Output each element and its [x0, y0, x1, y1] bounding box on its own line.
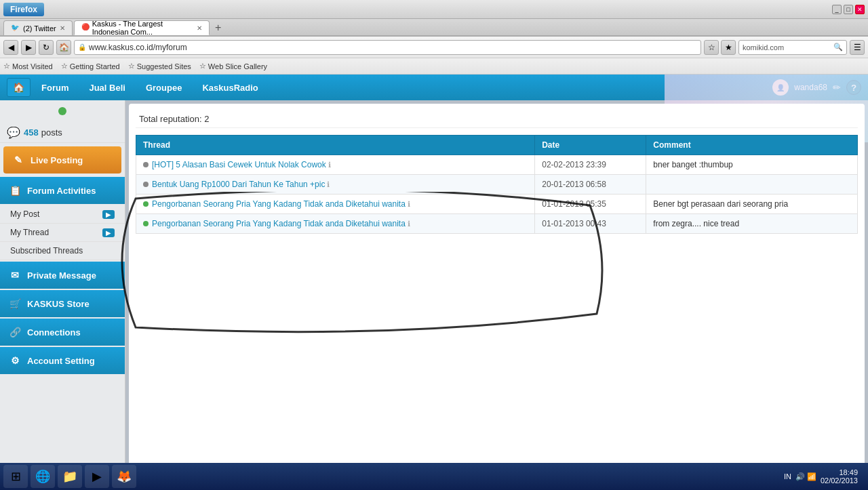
info-icon: ℹ — [327, 180, 330, 188]
connections-icon: 🔗 — [7, 324, 23, 340]
bookmark-star[interactable]: ☆ — [704, 40, 719, 55]
taskbar: ⊞ 🌐 📁 ▶ 🦊 IN 🔊 📶 18:49 02/02/2013 — [0, 463, 868, 490]
tab-kaskus-close[interactable]: ✕ — [197, 24, 202, 32]
home-button[interactable]: 🏠 — [56, 40, 71, 55]
my-post-arrow: ▶ — [102, 210, 115, 219]
nav-jualbeli[interactable]: Jual Beli — [79, 77, 134, 98]
thread-link[interactable]: Pengorbanan Seorang Pria Yang Kadang Tid… — [152, 199, 406, 209]
comment-col-header: Comment — [646, 136, 858, 155]
forward-button[interactable]: ▶ — [21, 40, 36, 55]
thread-link[interactable]: Bentuk Uang Rp1000 Dari Tahun Ke Tahun +… — [152, 180, 325, 189]
posts-label: posts — [41, 127, 62, 138]
live-posting-button[interactable]: ✎ Live Posting — [3, 146, 121, 173]
explorer-button[interactable]: 📁 — [58, 465, 82, 488]
home-nav-button[interactable]: 🏠 — [7, 78, 31, 97]
bookmark-webslice[interactable]: ☆ Web Slice Gallery — [199, 62, 267, 70]
private-message-section: ✉ Private Message — [0, 262, 125, 289]
search-box[interactable]: komikid.com 🔍 — [738, 40, 847, 55]
media-button[interactable]: ▶ — [85, 465, 109, 488]
firefox-button[interactable]: Firefox — [3, 3, 44, 16]
reputation-line: Total reputation: 2 — [136, 110, 858, 128]
my-post-label: My Post — [10, 209, 39, 219]
ie-button[interactable]: 🌐 — [31, 465, 55, 488]
info-icon: ℹ — [328, 161, 331, 169]
tab-bar: 🐦 (2) Twitter ✕ 🔴 Kaskus - The Largest I… — [0, 19, 868, 37]
info-icon: ℹ — [408, 200, 410, 208]
table-row: Bentuk Uang Rp1000 Dari Tahun Ke Tahun +… — [136, 175, 858, 195]
account-setting-button[interactable]: ⚙ Account Setting — [0, 347, 125, 374]
search-box-text: komikid.com — [743, 43, 784, 52]
bookmark-most-visited[interactable]: ☆ Most Visited — [3, 62, 53, 70]
status-dot — [143, 201, 149, 207]
live-posting-label: Live Posting — [31, 155, 83, 165]
new-tab-button[interactable]: + — [211, 20, 226, 35]
my-post-item[interactable]: My Post ▶ — [0, 205, 125, 224]
address-input[interactable]: 🔒 www.kaskus.co.id/myforum — [74, 40, 701, 55]
lock-icon: 🔒 — [78, 43, 86, 51]
thread-link[interactable]: [HOT] 5 Alasan Basi Cewek Untuk Nolak Co… — [152, 160, 326, 169]
nav-groupee[interactable]: Groupee — [136, 77, 191, 98]
account-setting-label: Account Setting — [27, 356, 95, 366]
search-icon: 🔍 — [833, 43, 843, 52]
bookmark-getting-started[interactable]: ☆ Getting Started — [61, 62, 120, 70]
comment-cell — [646, 175, 858, 195]
tab-twitter[interactable]: 🐦 (2) Twitter ✕ — [3, 20, 73, 35]
close-button[interactable]: ✕ — [855, 5, 865, 14]
subscribed-threads-item[interactable]: Subscribed Threads — [0, 242, 125, 260]
table-row: Pengorbanan Seorang Pria Yang Kadang Tid… — [136, 195, 858, 214]
tab-kaskus[interactable]: 🔴 Kaskus - The Largest Indonesian Com...… — [74, 20, 210, 35]
table-row: [HOT] 5 Alasan Basi Cewek Untuk Nolak Co… — [136, 155, 858, 175]
bookmark-suggested[interactable]: ☆ Suggested Sites — [128, 62, 191, 70]
minimize-button[interactable]: _ — [832, 5, 842, 14]
address-text: www.kaskus.co.id/myforum — [89, 43, 187, 52]
tab-twitter-label: (2) Twitter — [23, 24, 56, 33]
forum-activities-button[interactable]: 📋 Forum Activities — [0, 177, 125, 204]
date-cell: 20-01-2013 06:58 — [535, 175, 646, 195]
account-setting-icon: ⚙ — [7, 352, 23, 369]
taskbar-clock: 18:49 02/02/2013 — [821, 468, 858, 485]
kaskus-store-section: 🛒 KASKUS Store — [0, 290, 125, 317]
kaskus-store-button[interactable]: 🛒 KASKUS Store — [0, 290, 125, 317]
date-cell: 02-02-2013 23:39 — [535, 155, 646, 175]
posts-count-row: 💬 458 posts — [0, 123, 125, 143]
back-button[interactable]: ◀ — [3, 40, 18, 55]
private-message-button[interactable]: ✉ Private Message — [0, 262, 125, 289]
taskbar-icons-group: 🔊 📶 — [795, 472, 816, 481]
bookmark-icon: ☆ — [3, 62, 10, 70]
content-area: 💬 458 posts ✎ Live Posting 📋 Forum Activ… — [0, 100, 868, 480]
taskbar-lang: IN — [784, 472, 791, 481]
connections-button[interactable]: 🔗 Connections — [0, 319, 125, 346]
my-thread-item[interactable]: My Thread ▶ — [0, 224, 125, 242]
taskbar-right: IN 🔊 📶 18:49 02/02/2013 — [784, 468, 865, 485]
main-content: Total reputation: 2 Thread Date Comment … — [129, 104, 865, 476]
menu-button[interactable]: ☰ — [850, 40, 865, 55]
status-dot — [143, 221, 149, 226]
posts-icon: 💬 — [7, 126, 20, 139]
my-thread-arrow: ▶ — [102, 228, 115, 237]
taskbar-date: 02/02/2013 — [821, 476, 858, 485]
info-icon: ℹ — [408, 220, 410, 228]
start-button[interactable]: ⊞ — [3, 465, 28, 488]
add-bookmark[interactable]: ★ — [721, 40, 736, 55]
maximize-button[interactable]: □ — [844, 5, 853, 14]
reputation-value: 2 — [204, 114, 209, 124]
address-bar-row: ◀ ▶ ↻ 🏠 🔒 www.kaskus.co.id/myforum ☆ ★ k… — [0, 37, 868, 58]
forum-activities-icon: 📋 — [7, 182, 23, 199]
online-status-dot — [58, 107, 66, 115]
subscribed-threads-label: Subscribed Threads — [10, 246, 83, 256]
tab-kaskus-label: Kaskus - The Largest Indonesian Com... — [92, 20, 193, 36]
thread-link[interactable]: Pengorbanan Seorang Pria Yang Kadang Tid… — [152, 219, 406, 228]
nav-kaskusradio[interactable]: KaskusRadio — [193, 77, 267, 98]
date-cell: 01-01-2013 05:35 — [535, 195, 646, 214]
kaskus-store-icon: 🛒 — [7, 295, 23, 312]
kaskus-favicon: 🔴 — [81, 23, 90, 33]
connections-label: Connections — [27, 327, 81, 338]
refresh-button[interactable]: ↻ — [39, 40, 54, 55]
nav-forum[interactable]: Forum — [32, 77, 78, 98]
tab-twitter-close[interactable]: ✕ — [60, 24, 65, 32]
bookmark-webslice-label: Web Slice Gallery — [208, 62, 267, 70]
firefox-taskbar[interactable]: 🦊 — [112, 465, 136, 488]
kaskus-store-label: KASKUS Store — [27, 299, 90, 309]
browser-window: Firefox _ □ ✕ 🐦 (2) Twitter ✕ 🔴 Kaskus -… — [0, 0, 868, 480]
private-message-label: Private Message — [27, 270, 96, 281]
